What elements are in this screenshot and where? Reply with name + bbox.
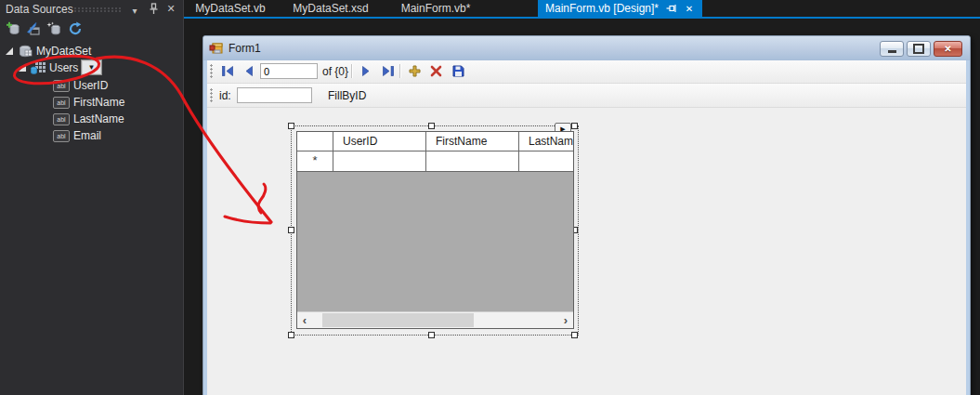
selection-handle[interactable] [571,332,578,338]
panel-toolbar [0,20,183,39]
selection-handle[interactable] [288,332,294,338]
move-first-button[interactable] [218,62,237,80]
selection-handle[interactable] [288,227,294,233]
users-datagrid[interactable]: UserID FirstName LastName * ‹ [296,131,574,329]
grid-header-row: UserID FirstName LastName [297,132,573,151]
minimize-icon [888,50,896,53]
position-input[interactable] [260,63,318,79]
new-row-marker: * [312,153,317,167]
grid-cell[interactable] [519,151,573,172]
tree-item-userid[interactable]: abl UserID [53,77,108,94]
move-next-icon [361,66,372,76]
data-sources-panel: Data Sources ▾ ✕ [0,0,184,395]
scroll-left-icon[interactable]: ‹ [297,312,312,328]
form-icon [209,42,223,55]
grid-cell[interactable] [333,151,426,172]
minimize-button[interactable] [880,41,904,57]
toolstrip-grip[interactable] [210,88,213,102]
binding-navigator: of {0} [207,60,966,84]
dataset-icon [18,44,33,59]
document-tabs: MyDataSet.vb MyDataSet.xsd MainForm.vb* … [184,0,980,19]
selection-handle[interactable] [571,123,578,129]
fillbyid-button[interactable]: FillByID [328,86,366,104]
table-icon [31,60,46,75]
expand-arrow-icon [19,64,26,72]
grid-new-row[interactable]: * [297,151,573,172]
panel-drag-texture [74,7,123,13]
form-body: of {0} [207,60,966,395]
panel-header: Data Sources ▾ ✕ [0,0,183,19]
delete-icon [430,65,442,77]
scrollbar-thumb[interactable] [322,313,474,327]
tree-item-email[interactable]: abl Email [53,127,101,144]
toolstrip-grip[interactable] [210,64,213,78]
edit-dataset-icon [46,21,61,36]
grid-corner-cell[interactable] [297,132,333,151]
tab-mainform-designer[interactable]: MainForm.vb [Design]* ✕ [538,0,702,17]
tree-label: LastName [73,112,124,125]
edit-dataset-button[interactable] [46,20,62,37]
scroll-right-icon[interactable]: › [558,312,573,328]
close-form-icon: ✕ [944,44,951,54]
tree-item-lastname[interactable]: abl LastName [53,111,124,127]
close-form-button[interactable]: ✕ [934,41,962,57]
panel-title: Data Sources [6,3,73,16]
move-last-button[interactable] [378,62,397,80]
textbox-field-icon: abl [53,97,70,109]
tree-item-firstname[interactable]: abl FirstName [53,94,124,111]
tree-label: FirstName [73,96,124,109]
column-header-lastname[interactable]: LastName [519,132,573,151]
move-first-icon [222,66,234,76]
tab-mainform-vb[interactable]: MainForm.vb* [385,0,487,17]
toolstrip-separator [351,64,352,78]
column-header-firstname[interactable]: FirstName [426,132,519,151]
editor-area: MyDataSet.vb MyDataSet.xsd MainForm.vb* … [184,0,980,395]
id-input[interactable] [237,87,312,103]
tree-label: Email [73,129,101,142]
column-header-userid[interactable]: UserID [333,132,426,151]
move-previous-icon [243,66,254,76]
selection-handle[interactable] [428,123,435,129]
pin-tab-icon[interactable] [666,4,677,14]
add-data-source-icon [6,21,20,36]
textbox-field-icon: abl [53,113,70,125]
maximize-button[interactable] [907,41,931,57]
count-label: of {0} [322,65,348,78]
grid-cell[interactable] [426,151,519,172]
close-tab-icon[interactable]: ✕ [684,4,695,14]
textbox-field-icon: abl [53,80,70,92]
users-dropdown-button[interactable]: ▼ [81,59,102,75]
window-controls: ✕ [880,41,962,57]
tab-mydataset-xsd[interactable]: MyDataSet.xsd [277,0,385,17]
move-previous-button[interactable] [239,62,257,80]
refresh-button[interactable] [67,20,84,37]
fillby-toolbar: id: FillByID [207,84,966,108]
add-data-source-button[interactable] [5,20,21,37]
add-new-icon [409,65,421,77]
move-last-icon [382,66,394,76]
selection-handle[interactable] [288,123,294,129]
pin-icon[interactable] [147,2,160,15]
add-new-button[interactable] [405,62,424,80]
datagrid-selection: ▶ UserID FirstName LastName * [291,125,579,336]
configure-wizard-button[interactable] [25,20,42,37]
move-next-button[interactable] [357,62,375,80]
id-label: id: [219,89,231,102]
tree-item-users[interactable]: Users [19,59,78,76]
refresh-icon [68,21,83,36]
tree-label: Users [49,61,78,74]
tree-label: UserID [73,79,108,92]
save-button[interactable] [449,62,467,80]
form-title: Form1 [229,42,261,55]
tree-item-mydataset[interactable]: MyDataSet [6,43,91,59]
close-icon[interactable]: ✕ [164,2,177,15]
form-client-area: ▶ UserID FirstName LastName * [207,108,966,395]
tab-label: MainForm.vb [Design]* [545,2,659,15]
form-titlebar[interactable]: Form1 ✕ [203,36,970,60]
delete-button[interactable] [426,62,445,80]
tab-mydataset-vb[interactable]: MyDataSet.vb [184,0,277,17]
selection-handle[interactable] [428,332,435,338]
toolstrip-separator [399,64,400,78]
window-position-chevron-icon[interactable]: ▾ [128,4,141,17]
expand-arrow-icon [6,47,13,55]
